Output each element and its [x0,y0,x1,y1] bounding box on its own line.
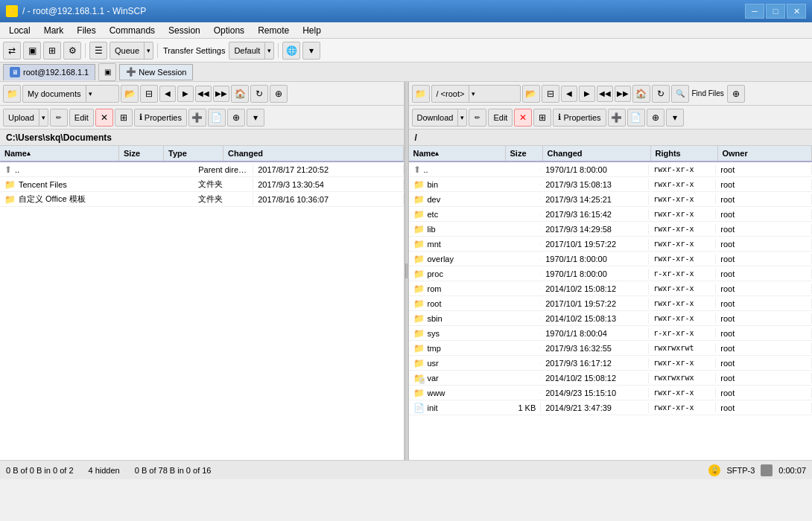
menu-help[interactable]: Help [296,24,327,37]
toolbar-icon3[interactable]: ⊞ [43,42,61,60]
right-edit-button[interactable]: Edit [488,109,513,127]
right-delete[interactable]: ✕ [514,109,532,127]
right-back[interactable]: ◀ [561,86,577,102]
left-back[interactable]: ◀ [159,86,176,102]
right-edit-label: Edit [493,113,507,122]
left-col-changed[interactable]: Changed [223,146,404,161]
left-properties-button[interactable]: ℹ Properties [134,109,187,127]
left-forward[interactable]: ▶ [177,86,194,102]
menu-remote[interactable]: Remote [252,24,295,37]
right-file-row[interactable]: 📁 proc 1970/1/1 8:00:00 r-xr-xr-x root [409,266,813,281]
toolbar-icon1[interactable]: ⇄ [3,42,21,60]
left-file-row[interactable]: ⬆ .. Parent directory 2017/8/17 21:20:52 [0,162,404,177]
left-file-row[interactable]: 📁 Tencent Files 文件夹 2017/9/3 13:30:54 [0,177,404,192]
left-copy[interactable]: ⊞ [115,109,133,127]
right-file-row[interactable]: ⬆ .. 1970/1/1 8:00:00 rwxr-xr-x root [409,162,813,177]
left-home[interactable]: 🏠 [231,85,249,103]
left-arrow3[interactable]: ▶▶ [213,86,229,102]
left-edit-icon[interactable]: ✏ [50,109,68,127]
right-newfile[interactable]: 📄 [627,109,645,127]
left-more2[interactable]: ⊕ [227,109,245,127]
left-edit-button[interactable]: Edit [69,109,94,127]
menu-mark[interactable]: Mark [38,24,70,37]
right-down[interactable]: ▾ [666,109,684,127]
session-tab-icon[interactable]: ▣ [98,63,116,81]
toolbar-icon4[interactable]: ⚙ [63,42,81,60]
menu-files[interactable]: Files [71,24,101,37]
right-file-row[interactable]: 📁 usr 2017/9/3 16:17:12 rwxr-xr-x root [409,356,813,371]
menu-session[interactable]: Session [162,24,206,37]
maximize-button[interactable]: □ [766,4,785,19]
close-button[interactable]: ✕ [787,4,806,19]
right-edit-icon[interactable]: ✏ [469,109,486,127]
right-file-row[interactable]: 📁 overlay 1970/1/1 8:00:00 rwxr-xr-x roo… [409,252,813,266]
left-newfolder[interactable]: ➕ [188,109,206,127]
left-path-text: C:\Users\skq\Documents [6,132,112,143]
session-tab[interactable]: 🖥 root@192.168.1.1 [3,64,95,80]
upload-button[interactable]: Upload ▾ [3,109,48,127]
toolbar-globe[interactable]: 🌐 [282,42,300,60]
right-filename-text: mnt [428,240,441,249]
menu-local[interactable]: Local [3,24,37,37]
left-filter[interactable]: ⊟ [140,85,158,103]
right-file-row[interactable]: 📁 dev 2017/9/3 14:25:21 rwxr-xr-x root [409,192,813,207]
left-more[interactable]: ⊕ [270,85,288,103]
right-file-list[interactable]: Name ▴ Size Changed Rights Owner ⬆ .. 19… [409,146,813,460]
left-path-dropdown[interactable]: My documents ▾ [22,85,119,103]
right-newfolder[interactable]: ➕ [608,109,626,127]
right-file-row[interactable]: 📁↗ var 2014/10/2 15:08:12 rwxrwxrwx root [409,371,813,386]
right-more[interactable]: ⊕ [727,85,745,103]
right-file-changed: 2017/9/3 14:25:21 [541,194,649,205]
left-file-list[interactable]: Name ▴ Size Type Changed ⬆ .. Parent dir… [0,146,404,460]
right-findfFiles[interactable]: 🔍 [671,85,689,103]
right-refresh[interactable]: ↻ [652,85,670,103]
right-filter[interactable]: ⊟ [542,85,559,103]
menu-commands[interactable]: Commands [104,24,161,37]
right-file-row[interactable]: 📁 sbin 2014/10/2 15:08:13 rwxr-xr-x root [409,311,813,326]
left-arrow2[interactable]: ◀◀ [195,86,212,102]
toolbar-icon2[interactable]: ▣ [23,42,41,60]
right-file-row[interactable]: 📁 sys 1970/1/1 8:00:04 r-xr-xr-x root [409,326,813,341]
toolbar-queue-icon[interactable]: ☰ [89,42,107,60]
right-properties-button[interactable]: ℹ Properties [553,109,606,127]
new-session-button[interactable]: ➕ New Session [119,64,193,80]
right-file-row[interactable]: 📁 lib 2017/9/3 14:29:58 rwxr-xr-x root [409,222,813,237]
transfer-dropdown[interactable]: Default ▾ [229,42,274,60]
right-col-owner[interactable]: Owner [718,146,813,161]
right-copy[interactable]: ⊞ [533,109,551,127]
menu-options[interactable]: Options [208,24,250,37]
left-col-size[interactable]: Size [119,146,164,161]
download-button[interactable]: Download ▾ [412,109,468,127]
right-forward[interactable]: ▶ [579,86,595,102]
right-file-row[interactable]: 📁 bin 2017/9/3 15:08:13 rwxr-xr-x root [409,177,813,192]
right-file-row[interactable]: 📁 mnt 2017/10/1 19:57:22 rwxr-xr-x root [409,237,813,252]
right-path-dropdown[interactable]: / <root> ▾ [431,85,521,103]
minimize-button[interactable]: ─ [745,4,764,19]
right-folder-open[interactable]: 📂 [522,85,540,103]
left-refresh[interactable]: ↻ [250,85,268,103]
right-col-name[interactable]: Name ▴ [409,146,506,161]
left-folder-open[interactable]: 📂 [121,85,139,103]
right-arrow2[interactable]: ◀◀ [597,86,613,102]
right-col-rights[interactable]: Rights [651,146,718,161]
toolbar-arrow-down[interactable]: ▾ [302,42,320,60]
queue-dropdown[interactable]: Queue ▾ [110,42,153,60]
right-more2[interactable]: ⊕ [647,109,664,127]
right-file-owner: root [716,313,812,324]
left-delete[interactable]: ✕ [95,109,113,127]
right-file-row[interactable]: 📁 www 2014/9/23 15:15:10 rwxr-xr-x root [409,386,813,400]
left-newfile[interactable]: 📄 [208,109,226,127]
right-file-row[interactable]: 📁 root 2017/10/1 19:57:22 rwxr-xr-x root [409,296,813,311]
right-file-row[interactable]: 📁 etc 2017/9/3 16:15:42 rwxr-xr-x root [409,207,813,222]
right-file-row[interactable]: 📄 init 1 KB 2014/9/21 3:47:39 rwxr-xr-x … [409,400,813,415]
right-arrow3[interactable]: ▶▶ [615,86,631,102]
left-file-row[interactable]: 📁 自定义 Office 模板 文件夹 2017/8/16 10:36:07 [0,192,404,207]
left-down[interactable]: ▾ [247,109,264,127]
left-col-name[interactable]: Name ▴ [0,146,119,161]
left-col-type[interactable]: Type [164,146,223,161]
right-col-size[interactable]: Size [506,146,543,161]
right-home[interactable]: 🏠 [632,85,650,103]
right-col-changed[interactable]: Changed [543,146,651,161]
right-file-row[interactable]: 📁 rom 2014/10/2 15:08:12 rwxr-xr-x root [409,281,813,296]
right-file-row[interactable]: 📁 tmp 2017/9/3 16:32:55 rwxrwxrwt root [409,341,813,356]
